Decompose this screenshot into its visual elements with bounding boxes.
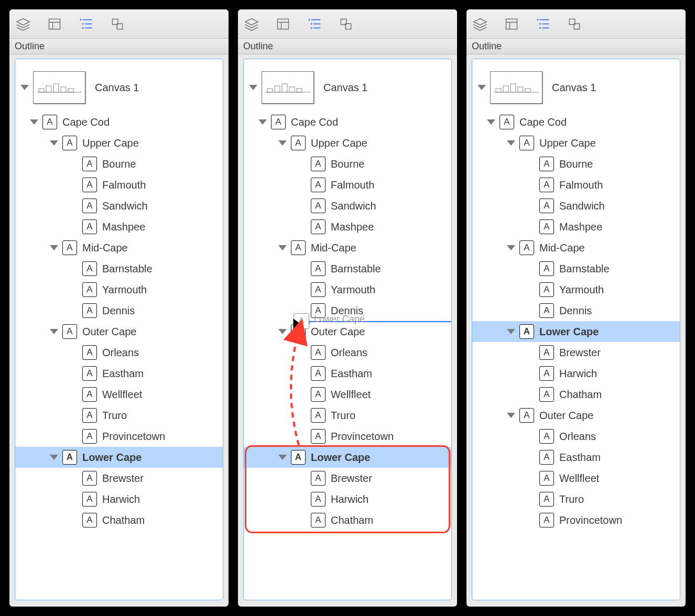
outline-item-upper-cape[interactable]: A Upper Cape [244, 133, 451, 153]
outline-item-harwich[interactable]: A Harwich [15, 489, 223, 510]
outline-item-falmouth[interactable]: A Falmouth [472, 174, 680, 195]
disclosure-triangle-icon[interactable] [50, 245, 58, 250]
text-object-icon: A [82, 345, 97, 360]
outline-item-provincetown[interactable]: A Provincetown [472, 510, 680, 531]
disclosure-triangle-icon[interactable] [487, 119, 495, 125]
layers-tab[interactable] [243, 16, 260, 32]
outline-item-dennis[interactable]: A Dennis [15, 300, 223, 321]
outline-item-cape-cod[interactable]: A Cape Cod [244, 112, 451, 133]
outline-item-yarmouth[interactable]: A Yarmouth [15, 279, 223, 300]
selection-tab[interactable] [566, 16, 583, 32]
outline-item-chatham[interactable]: A Chatham [244, 510, 451, 531]
outline-item-chatham[interactable]: A Chatham [472, 384, 680, 405]
outline-item-orleans[interactable]: A Orleans [15, 342, 223, 363]
outline-tab[interactable] [535, 16, 551, 32]
layers-tab[interactable] [472, 16, 488, 32]
text-object-icon: A [82, 408, 97, 423]
outline-tree[interactable]: Canvas 1 A Cape Cod A Upper Cape A Bourn… [472, 59, 680, 600]
outline-tab[interactable] [78, 16, 94, 32]
outline-item-eastham[interactable]: A Eastham [244, 363, 451, 384]
canvas-row[interactable]: Canvas 1 [15, 67, 223, 108]
outline-item-mid-cape[interactable]: A Mid-Cape [15, 237, 223, 258]
disclosure-triangle-icon[interactable] [507, 413, 515, 418]
outline-item-truro[interactable]: A Truro [472, 489, 680, 510]
disclosure-triangle-icon[interactable] [258, 119, 267, 125]
outline-item-upper-cape[interactable]: A Upper Cape [472, 133, 680, 153]
disclosure-triangle-icon[interactable] [278, 329, 287, 334]
disclosure-triangle-icon[interactable] [50, 329, 58, 334]
outline-item-outer-cape[interactable]: A Outer Cape [15, 321, 223, 342]
layout-tab[interactable] [503, 16, 520, 32]
outline-item-harwich[interactable]: A Harwich [244, 489, 451, 510]
outline-item-outer-cape[interactable]: A Outer Cape [472, 405, 680, 426]
outline-item-harwich[interactable]: A Harwich [472, 363, 680, 384]
outline-item-wellfleet[interactable]: A Wellfleet [244, 384, 451, 405]
disclosure-triangle-icon[interactable] [278, 140, 287, 146]
outline-item-lower-cape[interactable]: A Lower Cape [15, 447, 223, 468]
disclosure-triangle-icon[interactable] [50, 455, 58, 460]
outline-item-orleans[interactable]: A Orleans [244, 342, 451, 363]
outline-item-brewster[interactable]: A Brewster [15, 468, 223, 489]
outline-item-falmouth[interactable]: A Falmouth [244, 174, 451, 195]
outline-item-mashpee[interactable]: A Mashpee [244, 216, 451, 237]
outline-item-wellfleet[interactable]: A Wellfleet [472, 468, 680, 489]
outline-tab[interactable] [306, 16, 323, 32]
canvas-row[interactable]: Canvas 1 [244, 67, 451, 108]
outline-item-upper-cape[interactable]: A Upper Cape [15, 133, 223, 153]
outline-item-falmouth[interactable]: A Falmouth [15, 174, 223, 195]
outline-item-barnstable[interactable]: A Barnstable [15, 258, 223, 279]
disclosure-triangle-icon[interactable] [30, 119, 38, 125]
canvas-thumbnail [262, 71, 314, 104]
outline-item-provincetown[interactable]: A Provincetown [15, 426, 223, 447]
outline-item-truro[interactable]: A Truro [244, 405, 451, 426]
outline-item-orleans[interactable]: A Orleans [472, 426, 680, 447]
disclosure-triangle-icon[interactable] [507, 329, 515, 334]
canvas-row[interactable]: Canvas 1 [472, 67, 680, 108]
outline-item-dennis[interactable]: A Dennis [472, 300, 680, 321]
outline-item-brewster[interactable]: A Brewster [472, 342, 680, 363]
disclosure-triangle-icon[interactable] [507, 140, 515, 146]
outline-item-lower-cape[interactable]: A Lower Cape [244, 447, 451, 468]
layers-tab[interactable] [15, 16, 31, 32]
outline-item-lower-cape[interactable]: A Lower Cape [472, 321, 680, 342]
outline-item-eastham[interactable]: A Eastham [15, 363, 223, 384]
outline-item-barnstable[interactable]: A Barnstable [472, 258, 680, 279]
outline-tree[interactable]: Canvas 1 A Cape Cod A Upper Cape A Bourn… [243, 59, 452, 600]
outline-item-yarmouth[interactable]: A Yarmouth [244, 279, 451, 300]
layout-tab[interactable] [46, 16, 63, 32]
outline-item-mashpee[interactable]: A Mashpee [472, 216, 680, 237]
disclosure-triangle-icon[interactable] [50, 140, 58, 146]
layout-tab[interactable] [275, 16, 291, 32]
text-object-icon: A [82, 366, 97, 381]
outline-item-yarmouth[interactable]: A Yarmouth [472, 279, 680, 300]
outline-item-chatham[interactable]: A Chatham [15, 510, 223, 531]
outline-tree[interactable]: Canvas 1 A Cape Cod A Upper Cape A Bourn… [15, 59, 223, 600]
outline-tree-wrap: Canvas 1 A Cape Cod A Upper Cape A Bourn… [9, 54, 229, 607]
svg-rect-14 [46, 86, 51, 92]
disclosure-triangle-icon[interactable] [249, 85, 257, 90]
outline-item-truro[interactable]: A Truro [15, 405, 223, 426]
disclosure-triangle-icon[interactable] [20, 85, 29, 90]
outline-item-sandwich[interactable]: A Sandwich [244, 195, 451, 216]
outline-item-mid-cape[interactable]: A Mid-Cape [244, 237, 451, 258]
outline-item-brewster[interactable]: A Brewster [244, 468, 451, 489]
disclosure-triangle-icon[interactable] [477, 85, 486, 90]
outline-item-mid-cape[interactable]: A Mid-Cape [472, 237, 680, 258]
disclosure-triangle-icon[interactable] [278, 245, 287, 250]
outline-item-bourne[interactable]: A Bourne [472, 153, 680, 174]
outline-item-sandwich[interactable]: A Sandwich [472, 195, 680, 216]
outline-item-cape-cod[interactable]: A Cape Cod [472, 112, 680, 133]
selection-tab[interactable] [338, 16, 354, 32]
outline-item-wellfleet[interactable]: A Wellfleet [15, 384, 223, 405]
outline-item-barnstable[interactable]: A Barnstable [244, 258, 451, 279]
outline-item-cape-cod[interactable]: A Cape Cod [15, 112, 223, 133]
outline-item-bourne[interactable]: A Bourne [244, 153, 451, 174]
disclosure-triangle-icon[interactable] [507, 245, 515, 250]
outline-item-sandwich[interactable]: A Sandwich [15, 195, 223, 216]
outline-item-eastham[interactable]: A Eastham [472, 447, 680, 468]
outline-item-provincetown[interactable]: A Provincetown [244, 426, 451, 447]
selection-tab[interactable] [109, 16, 126, 32]
outline-item-mashpee[interactable]: A Mashpee [15, 216, 223, 237]
outline-item-bourne[interactable]: A Bourne [15, 153, 223, 174]
disclosure-triangle-icon[interactable] [278, 455, 287, 460]
